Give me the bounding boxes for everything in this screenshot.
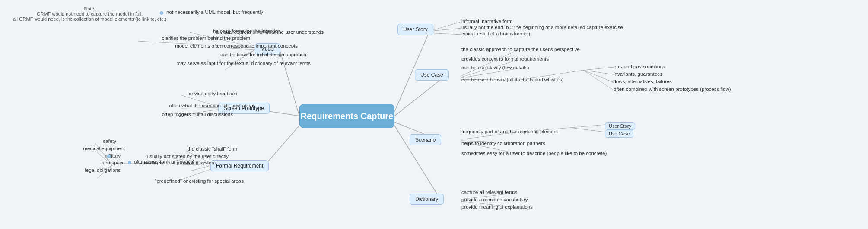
model-note-dot xyxy=(160,11,163,15)
uc-label-1: the classic approach to capture the user… xyxy=(461,47,580,52)
svg-line-30 xyxy=(429,33,461,35)
sc-sub-1: User Story xyxy=(605,122,635,130)
uc-label-3: can be used lazily (few details) xyxy=(461,65,529,70)
use-case-node: Use Case xyxy=(415,69,449,81)
fr-sub-4: aerospace xyxy=(102,160,125,165)
model-label-2: clarifies the problem behind the problem xyxy=(162,35,250,41)
central-node: Requirements Capture xyxy=(299,104,394,128)
sc-sub-2: Use Case xyxy=(605,130,633,138)
fr-label-5: "predefined" or existing for special are… xyxy=(155,178,244,184)
dictionary-node: Dictionary xyxy=(410,194,444,205)
svg-line-31 xyxy=(461,50,518,76)
legacy-dot xyxy=(128,161,131,164)
model-label-4: model elements often correspond to impor… xyxy=(175,43,298,48)
svg-line-2 xyxy=(264,126,299,167)
sp-label-1: provide early feedback xyxy=(187,91,237,96)
model-note: not necessarily a UML model, but frequen… xyxy=(166,10,263,15)
fr-sub-1: safety xyxy=(103,139,116,144)
uc-label-4: can be used heavily (all the bells and w… xyxy=(461,77,564,82)
us-label-1: informal, narrative form xyxy=(461,19,512,24)
fr-sub-5: legal obligations xyxy=(85,168,121,173)
svg-line-44 xyxy=(570,125,605,128)
dict-label-3: provide meaningful explanations xyxy=(461,204,533,210)
svg-line-37 xyxy=(583,70,614,74)
us-label-2: usually not the end, but the beginning o… xyxy=(461,25,623,30)
svg-line-38 xyxy=(583,70,614,82)
svg-line-36 xyxy=(583,67,614,70)
fr-label-4: often some form of "legacy" xyxy=(134,159,194,164)
uc-sub-3: flows, alternatives, failures xyxy=(614,79,672,84)
sc-label-2: helps to identify collaboration partners xyxy=(461,141,545,146)
model-label-5: can be basis for initial design approach xyxy=(220,52,306,57)
sp-label-3: often triggers fruitful discussions xyxy=(162,112,233,117)
fr-label-1: the classic "shall" form xyxy=(188,146,237,152)
dict-label-2: provide a common vocabulary xyxy=(461,197,528,202)
model-label-6: may serve as input for the textual dicti… xyxy=(176,61,311,66)
military-dot xyxy=(107,155,111,158)
uc-sub-4: often combined with screen prototypes (p… xyxy=(614,87,731,92)
uc-sub-2: invariants, guarantees xyxy=(614,71,662,77)
fr-label-2: usually not stated by the user directly xyxy=(147,154,229,159)
sp-label-2: often what the user can talk best about xyxy=(169,103,254,108)
dict-label-1: capture all relevant terms xyxy=(461,190,517,195)
sc-label-3: sometimes easy for a user to describe (p… xyxy=(461,151,607,156)
us-label-3: typical result of a brainstorming xyxy=(461,31,530,36)
svg-line-45 xyxy=(570,128,605,132)
user-story-node: User Story xyxy=(397,24,433,35)
model-label-3: a visual expression of what the user und… xyxy=(216,29,324,35)
uc-label-2: provides context to formal requirements xyxy=(461,56,549,61)
uc-sub-1: pre- and postconditions xyxy=(614,64,665,69)
scenario-node: Scenario xyxy=(410,134,441,145)
formal-requirement-node: Formal Requirement xyxy=(210,160,269,171)
sc-label-1: frequently part of another capturing ele… xyxy=(461,129,558,134)
fr-sub-2: medical equipment xyxy=(83,146,125,151)
svg-line-4 xyxy=(394,78,443,116)
note-top: Note: ORMF would not need to capture the… xyxy=(13,6,166,22)
svg-line-39 xyxy=(583,70,614,90)
